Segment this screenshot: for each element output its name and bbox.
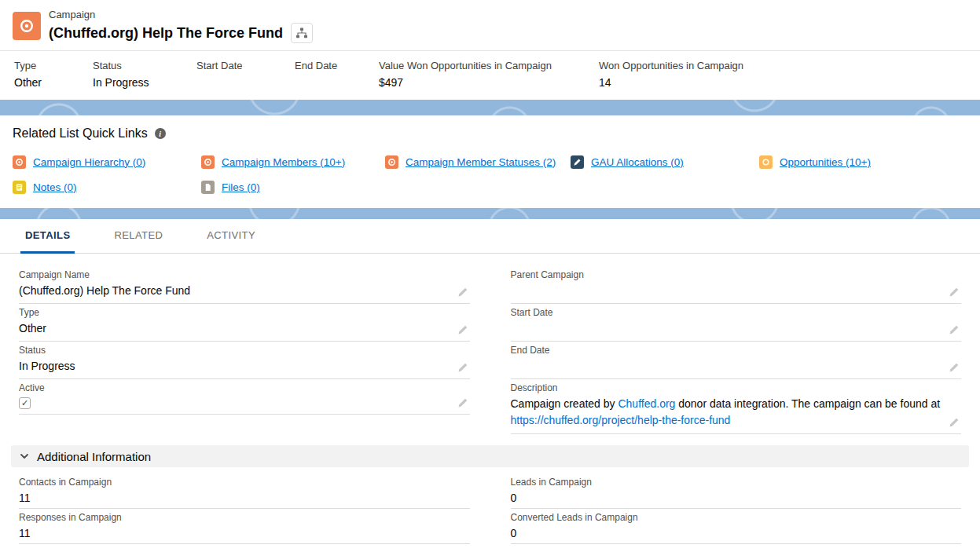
- chuffed-org-link[interactable]: Chuffed.org: [618, 397, 675, 410]
- tab-details[interactable]: DETAILS: [20, 219, 75, 254]
- highlight-won-opportunities: Won Opportunities in Campaign 14: [599, 60, 966, 90]
- details-form: Campaign Name (Chuffed.org) Help The For…: [0, 254, 980, 434]
- highlight-label: Won Opportunities in Campaign: [599, 60, 956, 71]
- bullseye-glyph: [19, 18, 35, 34]
- edit-pencil-icon[interactable]: [949, 362, 960, 373]
- quick-link-opportunities: Opportunities (10+): [759, 155, 967, 169]
- tab-related[interactable]: RELATED: [109, 219, 167, 254]
- highlights-panel: Type Other Status In Progress Start Date…: [0, 50, 980, 100]
- highlight-label: Start Date: [196, 60, 285, 71]
- view-campaign-hierarchy-button[interactable]: [291, 23, 313, 43]
- section-additional-information[interactable]: Additional Information: [11, 445, 969, 467]
- quick-link-campaign-hierarchy: Campaign Hierarchy (0): [13, 155, 201, 169]
- record-title: (Chuffed.org) Help The Force Fund: [49, 24, 283, 42]
- field-label: Description: [511, 382, 941, 394]
- highlight-start-date: Start Date: [196, 60, 295, 90]
- field-contacts-in-campaign: Contacts in Campaign 11: [19, 473, 470, 509]
- quick-link-notes: Notes (0): [13, 180, 201, 194]
- additional-right-column: Leads in Campaign 0 Converted Leads in C…: [511, 473, 962, 544]
- quick-link[interactable]: GAU Allocations (0): [591, 156, 684, 168]
- campaign-bullseye-icon: [385, 155, 398, 169]
- field-label: Parent Campaign: [511, 269, 941, 281]
- field-responses-in-campaign: Responses in Campaign 11: [19, 509, 470, 544]
- field-value: Other: [19, 320, 450, 336]
- allocation-pencil-icon: [571, 155, 584, 169]
- quick-link[interactable]: Opportunities (10+): [780, 156, 871, 168]
- field-value: [511, 358, 941, 374]
- details-left-column: Campaign Name (Chuffed.org) Help The For…: [19, 266, 470, 415]
- description-text: donor data integration. The campaign can…: [675, 397, 940, 410]
- page-background-texture: [0, 208, 980, 219]
- field-parent-campaign: Parent Campaign: [511, 266, 962, 304]
- details-card: DETAILS RELATED ACTIVITY Campaign Name (…: [0, 219, 980, 552]
- active-checkbox-checked: ✓: [19, 397, 31, 409]
- quick-link-campaign-member-statuses: Campaign Member Statuses (2): [385, 155, 571, 169]
- highlight-label: Value Won Opportunities in Campaign: [379, 60, 589, 71]
- quick-link[interactable]: Campaign Members (10+): [222, 156, 345, 168]
- quick-link[interactable]: Files (0): [222, 181, 260, 193]
- record-tabs: DETAILS RELATED ACTIVITY: [0, 219, 980, 254]
- edit-pencil-icon[interactable]: [949, 324, 960, 335]
- edit-pencil-icon[interactable]: [457, 287, 468, 298]
- note-icon: [13, 181, 26, 194]
- file-icon: [201, 181, 215, 194]
- highlight-type: Type Other: [14, 60, 93, 90]
- info-icon[interactable]: i: [155, 128, 166, 139]
- highlight-value: [295, 76, 369, 90]
- field-active: Active ✓: [19, 379, 470, 415]
- tab-activity[interactable]: ACTIVITY: [202, 219, 260, 254]
- chevron-down-icon: [19, 451, 30, 462]
- campaign-bullseye-icon: [201, 155, 215, 169]
- highlight-value: $497: [379, 76, 589, 90]
- opportunity-icon: [759, 155, 773, 169]
- field-description: Description Campaign created by Chuffed.…: [511, 379, 962, 434]
- campaign-bullseye-icon: [13, 155, 26, 169]
- hierarchy-sitemap-icon: [295, 27, 308, 38]
- highlight-label: Type: [14, 60, 83, 71]
- field-label: Start Date: [511, 307, 941, 319]
- field-status: Status In Progress: [19, 342, 470, 379]
- quick-links-title: Related List Quick Links: [13, 126, 148, 141]
- field-value: (Chuffed.org) Help The Force Fund: [19, 283, 450, 298]
- field-value: 11: [19, 525, 450, 541]
- highlight-value: [196, 76, 285, 90]
- quick-link[interactable]: Campaign Hierarchy (0): [33, 156, 145, 168]
- quick-link[interactable]: Campaign Member Statuses (2): [406, 156, 556, 168]
- section-title: Additional Information: [37, 450, 151, 463]
- field-value: [511, 320, 941, 336]
- quick-link[interactable]: Notes (0): [33, 181, 77, 193]
- field-value: 11: [19, 490, 450, 506]
- field-value: Campaign created by Chuffed.org donor da…: [511, 396, 941, 429]
- field-label: End Date: [511, 345, 941, 356]
- details-right-column: Parent Campaign Start Date End Date Desc…: [511, 266, 962, 434]
- edit-pencil-icon[interactable]: [457, 362, 468, 373]
- chuffed-project-url-link[interactable]: https://chuffed.org/project/help-the-for…: [511, 414, 731, 426]
- edit-pencil-icon[interactable]: [457, 324, 468, 335]
- entity-label: Campaign: [49, 9, 313, 20]
- edit-pencil-icon[interactable]: [949, 417, 960, 428]
- record-header: Campaign (Chuffed.org) Help The Force Fu…: [0, 0, 980, 50]
- additional-left-column: Contacts in Campaign 11 Responses in Cam…: [19, 473, 470, 544]
- field-value: 0: [511, 490, 941, 506]
- field-label: Leads in Campaign: [511, 477, 941, 488]
- field-label: Active: [19, 382, 450, 394]
- field-campaign-name: Campaign Name (Chuffed.org) Help The For…: [19, 266, 470, 304]
- field-converted-leads-in-campaign: Converted Leads in Campaign 0: [511, 509, 962, 544]
- highlight-status: Status In Progress: [93, 60, 196, 90]
- edit-pencil-icon[interactable]: [457, 397, 468, 408]
- quick-link-gau-allocations: GAU Allocations (0): [571, 155, 759, 169]
- field-label: Type: [19, 307, 450, 319]
- description-text: Campaign created by: [511, 397, 618, 410]
- field-label: Contacts in Campaign: [19, 477, 450, 488]
- highlight-label: Status: [93, 60, 187, 71]
- field-label: Campaign Name: [19, 269, 450, 281]
- highlight-value: 14: [599, 76, 956, 90]
- related-list-quick-links-card: Related List Quick Links i Campaign Hier…: [0, 115, 980, 208]
- edit-pencil-icon[interactable]: [949, 287, 960, 298]
- quick-links-grid: Campaign Hierarchy (0) Campaign Members …: [13, 155, 967, 194]
- highlight-value-won-opportunities: Value Won Opportunities in Campaign $497: [379, 60, 599, 90]
- campaign-object-icon: [13, 12, 41, 40]
- page-background-texture: [0, 100, 980, 115]
- field-value: [511, 283, 941, 298]
- campaign-record-page: Campaign (Chuffed.org) Help The Force Fu…: [0, 0, 980, 552]
